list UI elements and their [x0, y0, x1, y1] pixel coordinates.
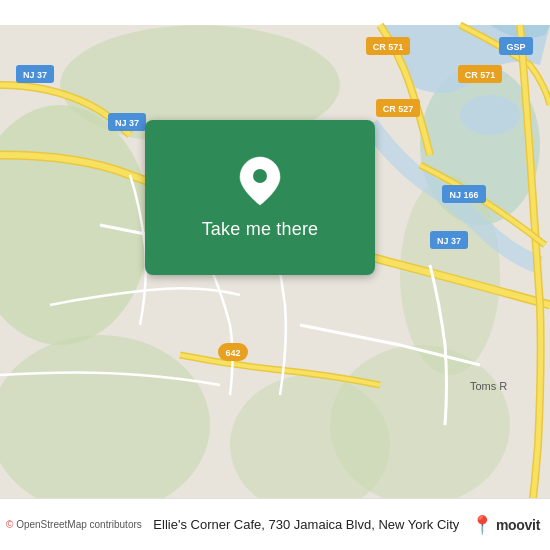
svg-text:CR 571: CR 571 — [373, 42, 404, 52]
svg-text:Toms R: Toms R — [470, 380, 507, 392]
svg-text:642: 642 — [225, 348, 240, 358]
bottom-bar: © OpenStreetMap contributors Ellie's Cor… — [0, 498, 550, 550]
take-me-there-button[interactable]: Take me there — [145, 120, 375, 275]
map-background: NJ 37 NJ 37 NJ 37 CR 571 CR 571 CR 527 N… — [0, 0, 550, 550]
take-me-there-label: Take me there — [202, 219, 319, 240]
svg-point-5 — [230, 375, 390, 515]
svg-text:NJ 37: NJ 37 — [115, 118, 139, 128]
moovit-pin-icon: 📍 — [471, 514, 493, 536]
svg-text:GSP: GSP — [506, 42, 525, 52]
svg-text:CR 571: CR 571 — [465, 70, 496, 80]
svg-text:NJ 166: NJ 166 — [449, 190, 478, 200]
venue-info: Ellie's Corner Cafe, 730 Jamaica Blvd, N… — [142, 517, 471, 532]
moovit-logo: 📍 moovit — [471, 514, 540, 536]
map-container: NJ 37 NJ 37 NJ 37 CR 571 CR 571 CR 527 N… — [0, 0, 550, 550]
svg-text:CR 527: CR 527 — [383, 104, 414, 114]
svg-text:NJ 37: NJ 37 — [437, 236, 461, 246]
moovit-text: moovit — [496, 517, 540, 533]
osm-attribution: © OpenStreetMap contributors — [6, 519, 142, 530]
svg-point-8 — [460, 95, 520, 135]
svg-point-4 — [0, 335, 210, 515]
location-pin-icon — [238, 155, 282, 207]
venue-name: Ellie's Corner Cafe, 730 Jamaica Blvd, N… — [153, 517, 459, 532]
svg-point-30 — [253, 169, 267, 183]
svg-text:NJ 37: NJ 37 — [23, 70, 47, 80]
